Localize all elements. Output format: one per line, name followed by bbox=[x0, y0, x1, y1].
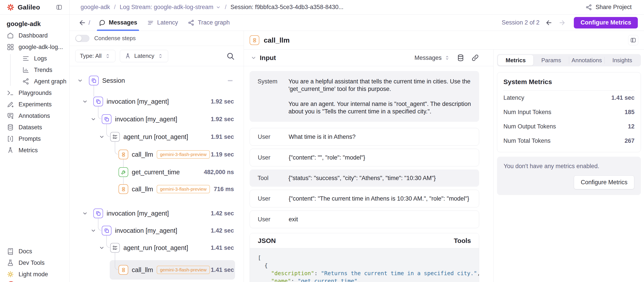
chevron-down-icon[interactable] bbox=[250, 55, 257, 61]
share-project-button[interactable]: Share Project bbox=[585, 4, 632, 11]
metric-row-total-tokens: Num Total Tokens 267 bbox=[504, 134, 634, 148]
sidebar-item-prompts[interactable]: Prompts bbox=[0, 133, 69, 144]
tree-row-call-llm-selected[interactable]: call_llm gemini-3-flash-preview 1.41 sec bbox=[70, 261, 244, 279]
sidebar-header: Galileo bbox=[0, 0, 69, 14]
sidebar-item-logs[interactable]: Logs bbox=[0, 53, 69, 64]
model-badge: gemini-3-flash-preview bbox=[157, 266, 210, 274]
metric-label: Num Input Tokens bbox=[504, 109, 551, 116]
panel-toggle-icon bbox=[630, 37, 636, 43]
sidebar-item-metrics[interactable]: Metrics bbox=[0, 144, 69, 156]
type-filter-select[interactable]: Type: All bbox=[75, 50, 116, 62]
book-icon bbox=[6, 248, 14, 255]
chevron-down-icon[interactable] bbox=[77, 78, 83, 84]
breadcrumb-session: Session: f9bbfca3-5ce3-4db3-a358-8430... bbox=[230, 4, 344, 10]
message-user: User {"content": "", "role": "model"} bbox=[250, 149, 479, 166]
sidebar-item-dashboard[interactable]: Dashboard bbox=[0, 30, 69, 41]
breadcrumb-project[interactable]: google-adk bbox=[80, 4, 110, 10]
sidebar-item-playgrounds[interactable]: Playgrounds bbox=[0, 87, 69, 99]
galileo-logo[interactable]: Galileo bbox=[6, 3, 54, 11]
link-icon[interactable] bbox=[471, 54, 479, 62]
sidebar-item-log-stream[interactable]: google-adk-log... bbox=[0, 41, 69, 53]
chevron-down-icon[interactable] bbox=[82, 98, 88, 104]
tree-row-call-llm[interactable]: call_llm gemini-3-flash-preview 716 ms bbox=[70, 180, 244, 198]
chevron-down-icon[interactable] bbox=[99, 245, 105, 251]
view-mode-label: Messages bbox=[414, 54, 442, 61]
metric-row-latency: Latency 1.41 sec bbox=[504, 91, 634, 105]
tree-row-label: invocation [my_agent] bbox=[115, 227, 177, 234]
chevron-down-icon[interactable] bbox=[90, 116, 96, 122]
breadcrumb: google-adk / Log Stream: google-adk-log-… bbox=[80, 4, 585, 10]
system-metrics-card: System Metrics Latency 1.41 sec Num Inpu… bbox=[497, 72, 641, 152]
session-pager-label: Session 2 of 2 bbox=[502, 19, 540, 26]
tab-annotations[interactable]: Annotations bbox=[569, 55, 604, 66]
condense-steps-label: Condense steps bbox=[94, 35, 136, 42]
tree-row-get-current-time[interactable]: get_current_time 482,000 ns bbox=[70, 163, 244, 181]
tree-filters-row: Type: All Latency bbox=[70, 46, 244, 66]
breadcrumb-log-stream[interactable]: Log Stream: google-adk-log-stream bbox=[120, 4, 221, 10]
model-badge: gemini-3-flash-preview bbox=[157, 150, 210, 159]
configure-metrics-button[interactable]: Configure Metrics bbox=[574, 17, 638, 28]
sidebar-item-docs[interactable]: Docs bbox=[0, 246, 69, 257]
view-mode-select[interactable]: Messages bbox=[414, 54, 450, 61]
sidebar-item-experiments[interactable]: Experiments bbox=[0, 99, 69, 110]
logo-text: Galileo bbox=[18, 4, 40, 11]
raw-data-icon[interactable] bbox=[457, 54, 464, 62]
comment-icon bbox=[6, 112, 14, 120]
json-code-block: [ { "description": "Returns the current … bbox=[250, 248, 479, 282]
back-arrow-icon[interactable] bbox=[78, 19, 86, 27]
tree-row-label: Session bbox=[102, 77, 125, 84]
code-key: "name" bbox=[258, 278, 291, 282]
sidebar-nav: Dashboard google-adk-log... Logs Trends … bbox=[0, 30, 69, 156]
metric-label: Latency bbox=[504, 94, 524, 101]
flask-icon bbox=[6, 259, 14, 266]
sidebar-collapse-button[interactable] bbox=[54, 2, 64, 12]
sidebar-item-label: Logs bbox=[34, 55, 47, 62]
condense-steps-toggle[interactable] bbox=[75, 35, 90, 42]
input-section-title: Input bbox=[260, 54, 276, 62]
sidebar-item-light-mode[interactable]: Light mode bbox=[0, 268, 69, 280]
system-paragraph: You are an agent. Your internal name is … bbox=[288, 100, 471, 115]
tab-insights[interactable]: Insights bbox=[604, 55, 640, 66]
chevron-down-icon[interactable] bbox=[90, 228, 96, 234]
database-icon bbox=[6, 124, 14, 131]
search-icon[interactable] bbox=[226, 52, 235, 60]
tree-row-agent-run[interactable]: agent_run [root_agent] 1.41 sec bbox=[70, 239, 244, 256]
sidebar-item-trends[interactable]: Trends bbox=[0, 64, 69, 76]
tree-row-invocation[interactable]: invocation [my_agent] 1.92 sec bbox=[70, 93, 244, 110]
tree-row-session[interactable]: Session bbox=[70, 72, 244, 89]
code-token: , bbox=[477, 270, 479, 276]
tree-row-agent-run[interactable]: agent_run [root_agent] 1.91 sec bbox=[70, 128, 244, 146]
chevron-down-icon[interactable] bbox=[99, 134, 105, 140]
metrics-tab-bar: Metrics Params Annotations Insights bbox=[497, 54, 641, 66]
tab-latency[interactable]: Latency bbox=[142, 14, 183, 31]
tab-metrics[interactable]: Metrics bbox=[498, 55, 534, 66]
sidebar-item-agent-graph[interactable]: Agent graph bbox=[0, 76, 69, 87]
tab-params[interactable]: Params bbox=[534, 55, 569, 66]
tab-messages[interactable]: Messages bbox=[94, 14, 142, 31]
metric-value: 267 bbox=[624, 138, 634, 144]
right-panel-toggle-button[interactable] bbox=[628, 35, 638, 45]
tab-trace-graph[interactable]: Trace graph bbox=[183, 14, 234, 31]
previous-session-arrow-icon[interactable] bbox=[545, 19, 553, 26]
tree-row-invocation[interactable]: invocation [my_agent] 1.42 sec bbox=[70, 222, 244, 240]
metric-filter-select[interactable]: Latency bbox=[120, 50, 168, 62]
tree-row-call-llm[interactable]: call_llm gemini-3-flash-preview 1.19 sec bbox=[70, 146, 244, 163]
sidebar-item-datasets[interactable]: Datasets bbox=[0, 122, 69, 133]
chevron-down-icon[interactable] bbox=[82, 210, 88, 216]
message-role: System bbox=[258, 78, 288, 115]
sidebar-item-dev-tools[interactable]: Dev Tools bbox=[0, 257, 69, 268]
sidebar-user-account[interactable]: user@galileo.ai bbox=[0, 280, 69, 282]
metric-row-output-tokens: Num Output Tokens 12 bbox=[504, 120, 634, 134]
tree-row-label: invocation [my_agent] bbox=[115, 116, 177, 123]
next-session-arrow-icon[interactable] bbox=[558, 19, 566, 26]
tree-row-invocation[interactable]: invocation [my_agent] 1.42 sec bbox=[70, 204, 244, 222]
panel-toggle-icon bbox=[56, 4, 62, 10]
sidebar-item-label: Docs bbox=[18, 248, 32, 255]
share-nodes-icon bbox=[22, 78, 30, 85]
configure-metrics-secondary-button[interactable]: Configure Metrics bbox=[574, 176, 634, 189]
pencil-flask-icon bbox=[6, 100, 14, 108]
session-pager: Session 2 of 2 Configure Metrics bbox=[502, 17, 638, 28]
tree-row-invocation[interactable]: invocation [my_agent] 1.92 sec bbox=[70, 110, 244, 128]
sidebar-item-annotations[interactable]: Annotations bbox=[0, 110, 69, 122]
tools-title: Tools bbox=[454, 237, 471, 244]
